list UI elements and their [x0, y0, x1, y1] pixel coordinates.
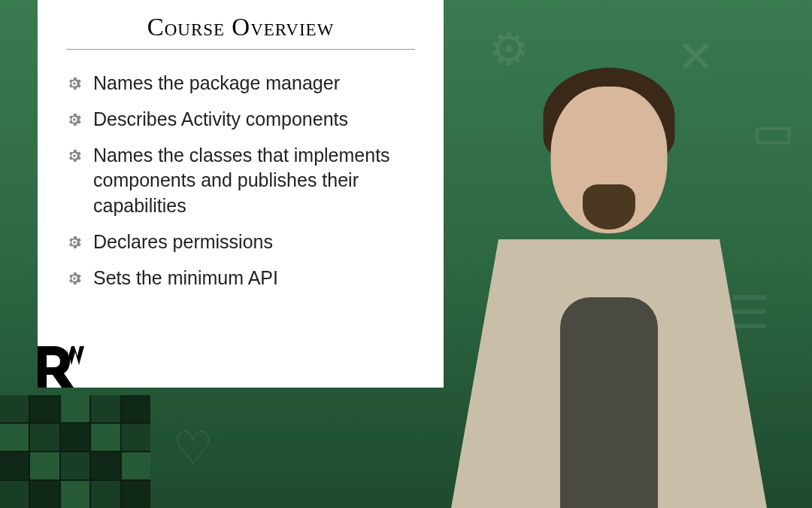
presenter-figure — [436, 26, 782, 508]
slide-title: Course Overview — [66, 14, 415, 50]
bullet-text: Names the classes that implements compon… — [93, 143, 415, 219]
list-item: Names the package manager — [66, 71, 415, 96]
bullet-list: Names the package manager Describes Acti… — [66, 71, 415, 291]
bullet-text: Declares permissions — [93, 230, 415, 255]
bullet-text: Sets the minimum API — [93, 266, 415, 291]
gear-icon — [66, 75, 83, 92]
bullet-text: Names the package manager — [93, 71, 415, 96]
gear-icon — [66, 148, 83, 164]
bullet-text: Describes Activity components — [93, 107, 415, 132]
gear-icon — [66, 234, 83, 251]
gear-icon — [66, 111, 83, 128]
list-item: Sets the minimum API — [66, 266, 415, 291]
gear-icon — [66, 270, 83, 287]
presenter-shirt — [560, 297, 658, 508]
presenter-beard — [583, 184, 635, 230]
list-item: Describes Activity components — [66, 107, 415, 132]
decorative-tile-pattern — [0, 395, 150, 508]
list-item: Declares permissions — [66, 230, 415, 255]
rw-logo-icon — [38, 346, 84, 388]
list-item: Names the classes that implements compon… — [66, 143, 415, 219]
slide-card: Course Overview Names the package manage… — [38, 0, 444, 388]
